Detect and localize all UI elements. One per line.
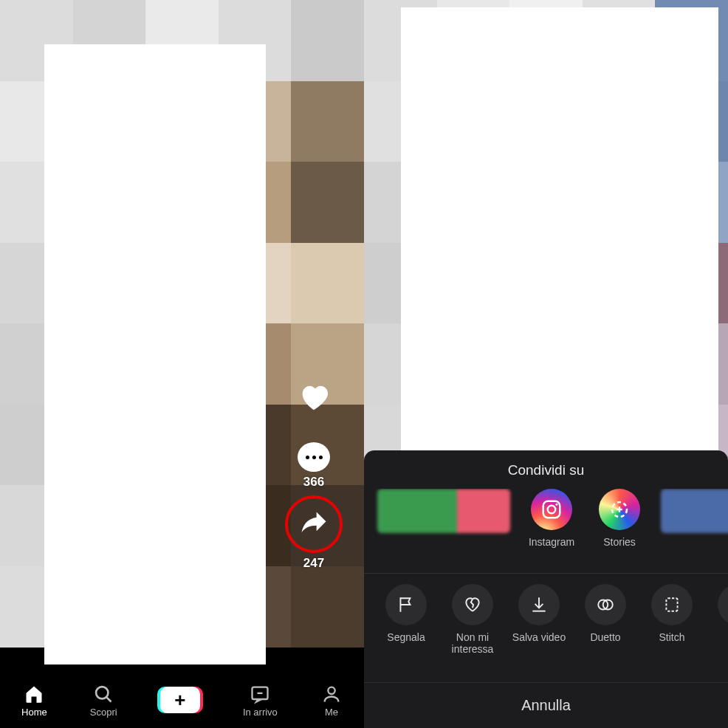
instagram-icon [540,498,563,521]
share-target-instagram[interactable]: Instagram [525,489,578,563]
share-target-label: Stories [603,536,636,560]
inbox-icon [250,684,270,704]
search-icon [93,684,114,704]
option-report[interactable]: Segnala [377,584,435,656]
option-save-video[interactable]: Salva video [510,584,568,656]
cancel-button[interactable]: Annulla [364,682,728,728]
nav-inbox[interactable]: In arrivo [243,683,278,718]
nav-discover[interactable]: Scopri [90,683,117,718]
nav-home[interactable]: Home [21,683,47,718]
share-targets-row[interactable]: Instagram Stories [364,489,728,563]
bottom-navbar: Home Scopri + In arrivo Me [0,672,364,728]
option-label: Salva video [512,631,566,656]
option-label: Non mi interessa [444,631,501,656]
share-arrow-icon [298,508,330,540]
svg-rect-13 [666,598,677,611]
broken-heart-icon [463,595,482,614]
share-sheet: Condividi su Instagram Stories [364,450,728,728]
share-target-redacted-1[interactable] [377,489,510,563]
share-target-stories[interactable]: Stories [593,489,646,563]
share-count: 247 [303,556,324,571]
share-target-label: Instagram [529,536,574,560]
home-icon [24,684,44,704]
option-label: Segnala [387,631,425,656]
stories-icon [608,498,631,521]
redacted-video-area [401,7,718,450]
comment-count: 366 [303,475,324,490]
nav-inbox-label: In arrivo [243,707,278,718]
duet-icon [596,595,615,614]
share-sheet-title: Condividi su [364,462,728,478]
option-not-interested[interactable]: Non mi interessa [444,584,501,656]
right-action-column: 366 247 [292,380,336,581]
share-options-row[interactable]: Segnala Non mi interessa Salva video Due… [364,584,728,656]
cancel-label: Annulla [521,697,571,714]
left-screenshot: 366 247 Home Scopri + In arrivo [0,0,364,728]
nav-home-label: Home [21,707,47,718]
nav-discover-label: Scopri [90,707,117,718]
svg-line-1 [107,697,111,701]
comment-button[interactable]: 366 [298,442,330,490]
plus-icon: + [160,687,200,713]
profile-icon [321,684,342,704]
redacted-video-area [44,44,266,665]
svg-point-7 [555,504,557,506]
option-label: Duetto [590,631,620,656]
svg-point-0 [96,687,108,698]
option-add-favorites[interactable]: Ag [710,584,728,656]
nav-me-label: Me [325,707,338,718]
nav-me[interactable]: Me [320,683,343,718]
flag-icon [396,595,416,614]
nav-create[interactable]: + [160,687,200,713]
right-screenshot: Condividi su Instagram Stories [364,0,728,728]
option-label: Stitch [659,631,684,656]
svg-point-4 [328,687,334,693]
download-icon [529,595,549,614]
share-button[interactable]: 247 [285,500,343,571]
stitch-icon [662,595,681,614]
share-target-redacted-2[interactable] [661,489,728,563]
svg-point-6 [548,506,556,514]
option-duet[interactable]: Duetto [577,584,634,656]
divider [364,573,728,574]
comment-icon [298,442,330,472]
like-button[interactable] [297,380,331,432]
heart-icon [297,380,331,414]
option-stitch[interactable]: Stitch [643,584,701,656]
